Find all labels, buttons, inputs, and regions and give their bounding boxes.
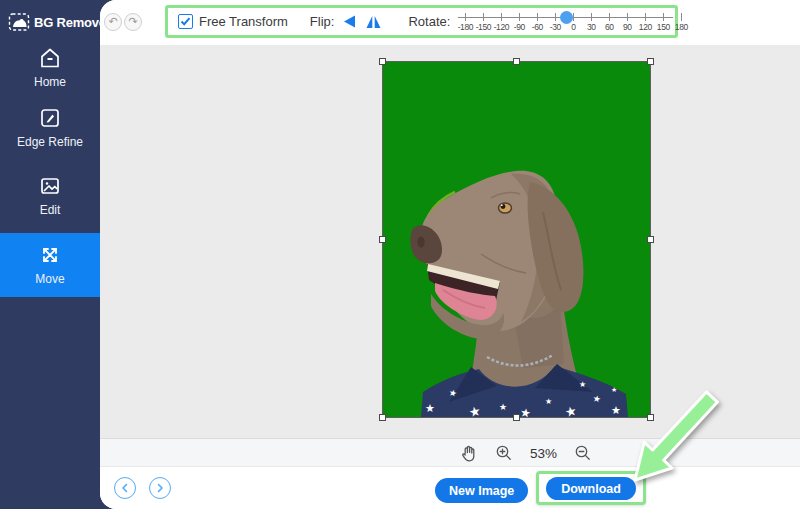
sidebar-item-move[interactable]: Move bbox=[0, 233, 100, 297]
sidebar-item-label: Home bbox=[0, 75, 100, 89]
sidebar: BG Remover Home Edge Refine bbox=[0, 0, 100, 509]
chevron-right-icon bbox=[155, 483, 165, 493]
svg-text:★: ★ bbox=[425, 402, 435, 415]
zoom-in-icon bbox=[495, 444, 513, 462]
undo-icon: ↶ bbox=[108, 15, 117, 28]
flip-vertical-icon bbox=[365, 13, 382, 30]
rotate-slider-ticks bbox=[456, 13, 690, 21]
zoom-level: 53% bbox=[530, 446, 557, 461]
next-image-button[interactable] bbox=[149, 477, 171, 499]
redo-icon: ↷ bbox=[128, 15, 137, 28]
download-button[interactable]: Download bbox=[546, 477, 636, 500]
zoom-out-icon bbox=[574, 444, 592, 462]
svg-text:★: ★ bbox=[499, 402, 507, 412]
resize-handle-nw[interactable] bbox=[379, 58, 386, 65]
resize-handle-s[interactable] bbox=[513, 414, 520, 421]
free-transform-label: Free Transform bbox=[199, 14, 288, 29]
edge-refine-icon bbox=[38, 106, 62, 130]
sidebar-item-home[interactable]: Home bbox=[0, 46, 100, 89]
brand: BG Remover bbox=[8, 11, 100, 33]
chevron-left-icon bbox=[120, 483, 130, 493]
download-highlight-box: Download bbox=[536, 471, 646, 505]
bg-remover-app: BG Remover Home Edge Refine bbox=[0, 0, 800, 509]
resize-handle-se[interactable] bbox=[647, 414, 654, 421]
rotate-slider-labels: -180-150-120-90-60-300306090120150180 bbox=[456, 22, 690, 32]
resize-handle-w[interactable] bbox=[379, 236, 386, 243]
flip-horizontal-button[interactable] bbox=[341, 13, 358, 30]
sidebar-item-label: Edge Refine bbox=[0, 135, 100, 149]
rotate-label: Rotate: bbox=[408, 14, 450, 29]
svg-text:★: ★ bbox=[519, 405, 532, 417]
sidebar-item-label: Move bbox=[0, 272, 100, 286]
resize-handle-sw[interactable] bbox=[379, 414, 386, 421]
editor-canvas: ★ ★ ★ ★ ★ ★ ★ ★ ★ ★ ★ bbox=[100, 45, 800, 438]
rotate-slider[interactable]: -180-150-120-90-60-300306090120150180 bbox=[456, 10, 675, 36]
redo-button[interactable]: ↷ bbox=[124, 13, 142, 31]
zoom-out-button[interactable] bbox=[574, 444, 592, 462]
hand-tool-button[interactable] bbox=[460, 444, 478, 462]
svg-text:★: ★ bbox=[545, 397, 552, 406]
edit-icon bbox=[38, 174, 62, 198]
resize-handle-e[interactable] bbox=[647, 236, 654, 243]
svg-text:★: ★ bbox=[611, 386, 617, 394]
main-panel: ↶ ↷ Free Transform Flip: bbox=[100, 0, 800, 509]
hand-icon bbox=[460, 444, 478, 462]
selected-image[interactable]: ★ ★ ★ ★ ★ ★ ★ ★ ★ ★ ★ bbox=[383, 62, 650, 417]
svg-text:★: ★ bbox=[579, 380, 586, 389]
sidebar-item-edit[interactable]: Edit bbox=[0, 174, 100, 217]
rotate-slider-thumb[interactable] bbox=[560, 11, 573, 24]
resize-handle-n[interactable] bbox=[513, 58, 520, 65]
flip-vertical-button[interactable] bbox=[365, 13, 382, 30]
dog-eye bbox=[499, 203, 512, 213]
undo-button[interactable]: ↶ bbox=[104, 13, 122, 31]
checkmark-icon bbox=[180, 16, 191, 27]
flip-horizontal-icon bbox=[341, 13, 358, 30]
brand-name: BG Remover bbox=[34, 15, 100, 30]
flip-label: Flip: bbox=[310, 14, 335, 29]
resize-handle-ne[interactable] bbox=[647, 58, 654, 65]
previous-image-button[interactable] bbox=[114, 477, 136, 499]
move-icon bbox=[38, 243, 62, 267]
dog-illustration: ★ ★ ★ ★ ★ ★ ★ ★ ★ ★ ★ bbox=[383, 62, 650, 417]
sidebar-item-label: Edit bbox=[0, 203, 100, 217]
svg-text:★: ★ bbox=[611, 404, 621, 417]
new-image-button[interactable]: New Image bbox=[435, 478, 528, 503]
brand-logo-icon bbox=[8, 11, 30, 33]
footer-bar: New Image Download bbox=[100, 467, 800, 509]
zoom-bar: 53% bbox=[100, 438, 800, 467]
zoom-controls: 53% bbox=[460, 439, 592, 467]
free-transform-checkbox[interactable] bbox=[178, 14, 193, 29]
home-icon bbox=[38, 46, 62, 70]
transform-toolbar-highlight: Free Transform Flip: Rotate: bbox=[165, 5, 678, 38]
header-toolbar: ↶ ↷ Free Transform Flip: bbox=[100, 0, 800, 45]
zoom-in-button[interactable] bbox=[495, 444, 513, 462]
sidebar-item-edge-refine[interactable]: Edge Refine bbox=[0, 106, 100, 149]
